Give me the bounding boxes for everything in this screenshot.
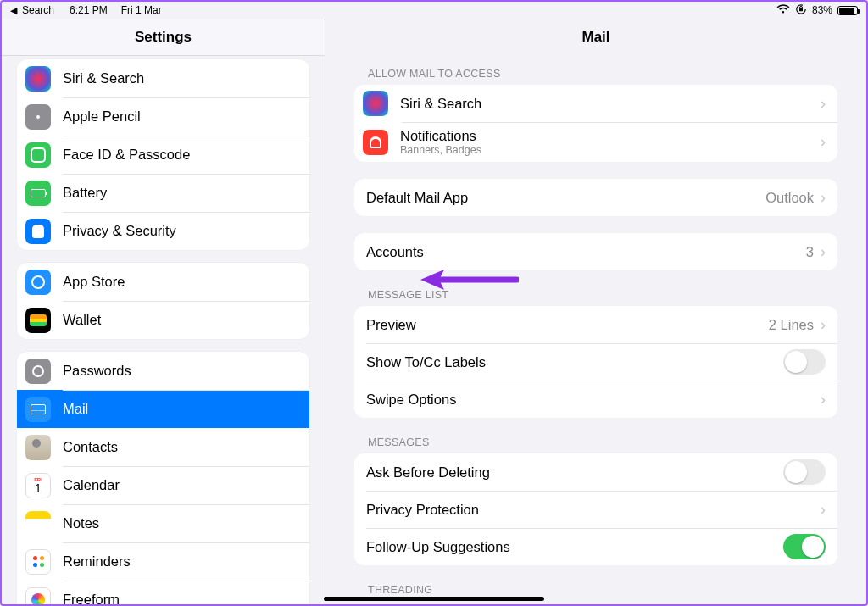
sidebar-item-label: Wallet (63, 312, 298, 328)
home-indicator[interactable] (324, 597, 544, 601)
row-followup-suggestions[interactable]: Follow-Up Suggestions (354, 528, 837, 565)
orientation-lock-icon (795, 3, 807, 18)
settings-sidebar: Settings Siri & Search Apple Pencil Face… (2, 19, 326, 604)
chevron-right-icon: › (821, 391, 826, 409)
sidebar-item-faceid-passcode[interactable]: Face ID & Passcode (17, 136, 309, 174)
section-header-threading: Threading (368, 584, 837, 596)
faceid-icon (25, 142, 51, 168)
sidebar-item-label: Calendar (63, 477, 298, 493)
section-header-allow-access: Allow Mail to Access (368, 68, 837, 80)
siri-icon (363, 91, 388, 116)
sidebar-item-label: App Store (63, 274, 298, 290)
toggle-ask-before-deleting[interactable] (783, 459, 826, 485)
svg-rect-1 (799, 8, 803, 11)
back-caret-icon[interactable]: ◀ (10, 5, 17, 16)
battery-settings-icon (25, 181, 51, 206)
reminders-icon (25, 549, 51, 575)
row-swipe-options[interactable]: Swipe Options › (354, 381, 837, 418)
sidebar-item-label: Face ID & Passcode (63, 147, 298, 163)
row-label: Notifications (400, 128, 821, 144)
battery-percent: 83% (812, 4, 832, 16)
row-ask-before-deleting[interactable]: Ask Before Deleting (354, 453, 837, 491)
sidebar-item-label: Reminders (63, 553, 298, 570)
sidebar-item-label: Contacts (63, 439, 298, 455)
chevron-right-icon: › (821, 189, 826, 207)
sidebar-item-notes[interactable]: Notes (17, 504, 309, 542)
sidebar-item-label: Passwords (63, 363, 298, 379)
row-label: Swipe Options (366, 392, 821, 408)
sidebar-item-label: Notes (63, 515, 298, 531)
notifications-icon (363, 130, 388, 155)
row-privacy-protection[interactable]: Privacy Protection › (354, 491, 837, 528)
pencil-icon (25, 104, 51, 130)
sidebar-item-siri-search[interactable]: Siri & Search (17, 59, 309, 97)
detail-title: Mail (326, 19, 866, 56)
sidebar-item-reminders[interactable]: Reminders (17, 542, 309, 581)
row-accounts[interactable]: Accounts 3 › (354, 233, 837, 270)
siri-icon (25, 66, 51, 92)
sidebar-item-label: Siri & Search (63, 70, 298, 86)
detail-pane: Mail Allow Mail to Access Siri & Search … (326, 19, 866, 604)
row-label: Preview (366, 317, 769, 333)
row-label: Privacy Protection (366, 502, 821, 518)
row-value: 2 Lines (769, 317, 814, 333)
sidebar-item-label: Battery (63, 185, 298, 201)
sidebar-item-privacy-security[interactable]: Privacy & Security (17, 212, 309, 250)
mail-icon (25, 397, 51, 422)
contacts-icon (25, 435, 51, 460)
toggle-followup-suggestions[interactable] (783, 534, 826, 559)
chevron-right-icon: › (821, 243, 826, 261)
sidebar-item-contacts[interactable]: Contacts (17, 428, 309, 466)
row-label: Accounts (366, 244, 806, 260)
row-default-mail-app[interactable]: Default Mail App Outlook › (354, 179, 837, 216)
wifi-icon (776, 4, 790, 17)
sidebar-item-mail[interactable]: Mail (17, 390, 309, 428)
status-date: Fri 1 Mar (121, 4, 162, 16)
row-siri-search[interactable]: Siri & Search › (354, 85, 837, 122)
section-header-messages: Messages (368, 436, 837, 448)
calendar-icon: FRI1 (25, 473, 51, 498)
notes-icon (25, 511, 51, 537)
row-label: Ask Before Deleting (366, 464, 783, 481)
sidebar-item-label: Mail (63, 401, 298, 417)
sidebar-item-app-store[interactable]: App Store (17, 263, 309, 301)
sidebar-item-freeform[interactable]: Freeform (17, 581, 309, 604)
sidebar-title: Settings (2, 19, 325, 56)
sidebar-item-apple-pencil[interactable]: Apple Pencil (17, 97, 309, 136)
row-value: Outlook (765, 190, 814, 206)
row-preview[interactable]: Preview 2 Lines › (354, 306, 837, 343)
sidebar-item-battery[interactable]: Battery (17, 174, 309, 212)
row-subtitle: Banners, Badges (400, 144, 821, 156)
status-time: 6:21 PM (70, 4, 108, 16)
row-notifications[interactable]: Notifications Banners, Badges › (354, 122, 837, 162)
row-label: Default Mail App (366, 190, 765, 206)
row-value: 3 (806, 244, 814, 260)
annotation-arrow (417, 268, 519, 292)
sidebar-item-label: Privacy & Security (63, 223, 298, 239)
freeform-icon (25, 587, 51, 605)
back-app-label[interactable]: Search (22, 4, 54, 16)
sidebar-item-label: Freeform (63, 592, 298, 604)
passwords-icon (25, 359, 51, 384)
sidebar-item-calendar[interactable]: FRI1 Calendar (17, 466, 309, 504)
sidebar-item-wallet[interactable]: Wallet (17, 301, 309, 339)
row-show-tocc-labels[interactable]: Show To/Cc Labels (354, 343, 837, 381)
sidebar-item-passwords[interactable]: Passwords (17, 352, 309, 390)
toggle-show-tocc[interactable] (783, 349, 826, 375)
row-label: Follow-Up Suggestions (366, 539, 783, 555)
row-label: Show To/Cc Labels (366, 354, 783, 370)
row-label: Siri & Search (400, 96, 821, 112)
privacy-icon (25, 219, 51, 244)
sidebar-item-label: Apple Pencil (63, 108, 298, 125)
chevron-right-icon: › (821, 133, 826, 151)
wallet-icon (25, 308, 51, 333)
appstore-icon (25, 270, 51, 295)
battery-icon (837, 6, 858, 15)
status-bar: ◀ Search 6:21 PM Fri 1 Mar 83% (2, 2, 866, 19)
chevron-right-icon: › (821, 501, 826, 519)
chevron-right-icon: › (821, 316, 826, 334)
chevron-right-icon: › (821, 95, 826, 113)
